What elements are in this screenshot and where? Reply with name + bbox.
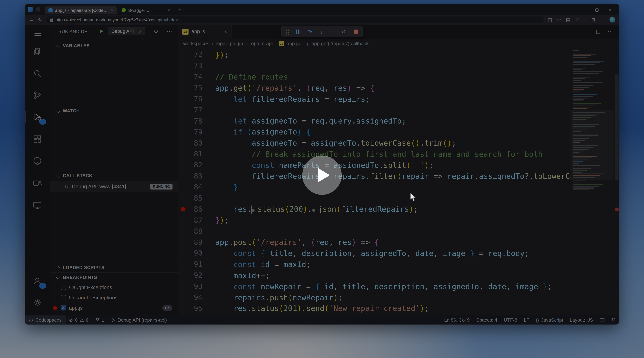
video-frame: app.js - repairs-api [Codespaces] × Swag… (0, 0, 644, 358)
play-button[interactable] (302, 156, 342, 195)
play-icon (318, 168, 330, 182)
mouse-cursor (410, 193, 417, 202)
